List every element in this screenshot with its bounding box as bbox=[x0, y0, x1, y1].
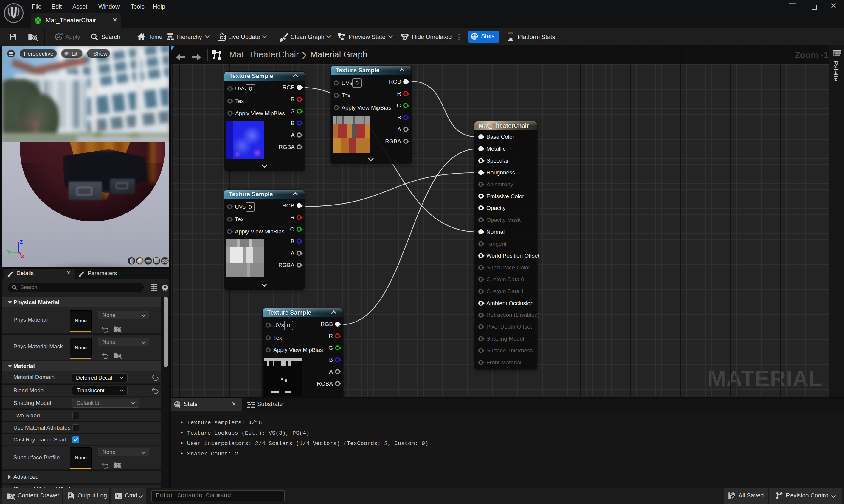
svg-text:X: X bbox=[21, 254, 24, 259]
svg-text:i: i bbox=[476, 37, 478, 41]
svg-text:i: i bbox=[179, 404, 180, 409]
svg-text:Y: Y bbox=[7, 250, 11, 255]
svg-text:Z: Z bbox=[20, 240, 23, 245]
